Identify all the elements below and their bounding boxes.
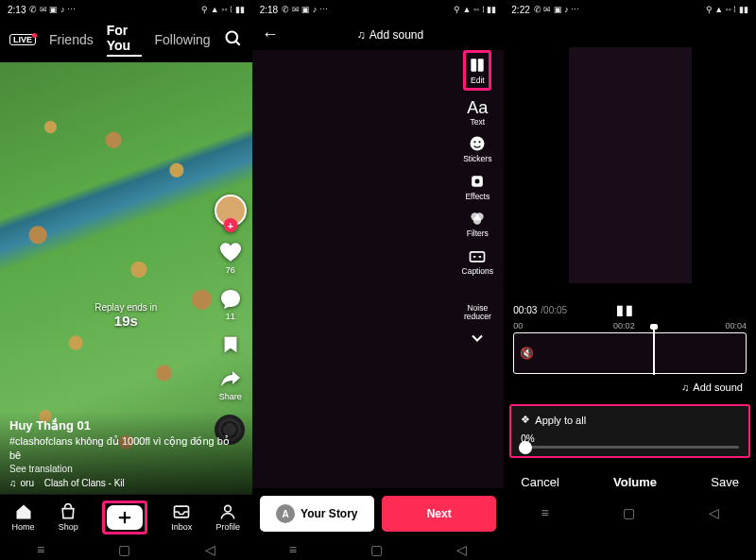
time-total: /00:05 [541, 305, 567, 315]
back-sys[interactable]: ◁ [456, 542, 467, 557]
timeline-clip[interactable]: 🔇 [513, 332, 747, 374]
see-translation-link[interactable]: See translation [9, 464, 243, 474]
svg-point-9 [475, 178, 480, 183]
replay-badge: Replay ends in19s [94, 302, 157, 329]
author-name[interactable]: Huy Thắng 01 [9, 418, 243, 433]
nav-inbox[interactable]: Inbox [171, 502, 192, 532]
time-current: 00:03 [513, 305, 537, 315]
svg-rect-3 [472, 59, 477, 71]
create-button[interactable] [107, 505, 143, 530]
nav-profile[interactable]: Profile [215, 502, 240, 532]
share-label: Share [219, 392, 242, 401]
top-nav: LIVE Friends For You Following [0, 19, 252, 62]
svg-point-12 [473, 216, 481, 224]
highlight-volume-panel: ❖Apply to all 0% [509, 404, 750, 458]
panel-title: Volume [613, 475, 657, 489]
volume-icon: 🔇 [520, 347, 534, 360]
recent-apps[interactable]: ≡ [541, 505, 548, 520]
like-count: 76 [226, 265, 235, 275]
volume-actions: Cancel Volume Save [504, 462, 756, 502]
system-nav: ≡▢◁ [0, 539, 252, 560]
video-preview [504, 19, 756, 302]
tool-expand[interactable] [468, 329, 487, 348]
comment-button[interactable]: 11 [219, 288, 242, 321]
pause-button[interactable]: ▮▮ [616, 302, 635, 317]
slider-thumb[interactable] [519, 441, 532, 454]
svg-point-7 [479, 141, 481, 143]
share-button[interactable]: Share [219, 368, 242, 401]
home-sys[interactable]: ▢ [118, 542, 130, 557]
svg-point-6 [474, 141, 476, 143]
system-nav: ≡▢◁ [252, 539, 505, 560]
save-button[interactable]: Save [711, 475, 739, 489]
screen-feed: 2:13✆ ✉ ▣ ♪ ⋯ ⚲ ▲ ◦◦ ⁞ ▮▮ LIVE Friends F… [0, 0, 252, 560]
status-bar: 2:13✆ ✉ ▣ ♪ ⋯ ⚲ ▲ ◦◦ ⁞ ▮▮ [0, 0, 252, 19]
like-button[interactable]: 76 [218, 240, 243, 275]
bottom-nav: Home Shop Inbox Profile [0, 494, 252, 539]
tab-following[interactable]: Following [155, 32, 211, 47]
live-button[interactable]: LIVE [9, 34, 36, 45]
back-sys[interactable]: ◁ [205, 542, 215, 557]
svg-point-2 [225, 505, 232, 512]
home-sys[interactable]: ▢ [370, 542, 383, 557]
status-bar: 2:18✆ ✉ ▣ ♪ ⋯ ⚲ ▲ ◦◦ ⁞ ▮▮ [252, 0, 505, 19]
add-sound-button[interactable]: ♫Add sound [357, 28, 423, 42]
status-bar: 2:22✆ ✉ ▣ ♪ ⋯ ⚲ ▲ ◦◦ ⁞ ▮▮ [504, 0, 756, 19]
status-icons-right: ⚲ ▲ ◦◦ ⁞ ▮▮ [201, 5, 244, 14]
next-button[interactable]: Next [382, 496, 496, 532]
tool-text[interactable]: AaText [467, 99, 488, 127]
screen-edit: 2:18✆ ✉ ▣ ♪ ⋯ ⚲ ▲ ◦◦ ⁞ ▮▮ ← ♫Add sound E… [252, 0, 505, 560]
tab-for-you[interactable]: For You [107, 23, 142, 57]
clock: 2:13 [8, 5, 26, 15]
edit-canvas[interactable]: Edit AaText Stickers Effects Filters Cap… [252, 50, 505, 488]
playhead[interactable] [653, 328, 655, 375]
clock: 2:18 [260, 5, 278, 15]
status-icons-right: ⚲ ▲ ◦◦ ⁞ ▮▮ [706, 5, 748, 14]
video-feed[interactable]: 76 11 Share Replay ends in19s Huy Thắng … [0, 62, 252, 494]
apply-to-all-toggle[interactable]: ❖Apply to all [521, 414, 739, 426]
home-sys[interactable]: ▢ [623, 505, 635, 520]
search-icon[interactable] [224, 29, 243, 51]
recent-apps[interactable]: ≡ [289, 542, 297, 557]
cancel-button[interactable]: Cancel [521, 475, 558, 489]
tool-noise-reducer[interactable]: Noise reducer [456, 283, 498, 320]
screen-volume: 2:22✆ ✉ ▣ ♪ ⋯ ⚲ ▲ ◦◦ ⁞ ▮▮ 00:03/00:05 ▮▮… [504, 0, 756, 560]
nav-shop[interactable]: Shop [59, 502, 78, 532]
nav-home[interactable]: Home [12, 502, 35, 532]
svg-rect-13 [471, 251, 485, 261]
tab-friends[interactable]: Friends [49, 32, 94, 47]
music-row[interactable]: ♫oru Clash of Clans - Kil [9, 478, 243, 488]
add-sound-button[interactable]: ♫Add sound [504, 374, 756, 400]
author-avatar[interactable] [215, 195, 247, 227]
svg-point-0 [226, 31, 237, 42]
timeline: 0000:0200:04 🔇 [504, 317, 756, 374]
highlight-create [102, 501, 147, 535]
back-sys[interactable]: ◁ [709, 505, 719, 520]
edit-top-bar: ← ♫Add sound [252, 19, 505, 50]
your-story-button[interactable]: AYour Story [260, 496, 374, 532]
action-rail: 76 11 Share [215, 195, 247, 401]
highlight-edit-tool: Edit [463, 50, 491, 91]
tool-effects[interactable]: Effects [465, 172, 490, 201]
caption: #clashofclans không đủ 1000fl vì cộng đồ… [9, 434, 243, 462]
music-icon: ♫ [357, 28, 366, 42]
bookmark-button[interactable] [220, 334, 241, 355]
clock: 2:22 [511, 5, 529, 15]
volume-slider[interactable] [521, 446, 739, 449]
recent-apps[interactable]: ≡ [37, 542, 44, 557]
back-button[interactable]: ← [262, 25, 279, 44]
tool-filters[interactable]: Filters [467, 209, 489, 238]
music-icon: ♫ [9, 478, 17, 488]
layers-icon: ❖ [521, 414, 530, 426]
status-icons-left: ✆ ✉ ▣ ♪ ⋯ [29, 5, 76, 14]
comment-count: 11 [226, 312, 235, 321]
video-frame[interactable] [569, 47, 692, 283]
tool-stickers[interactable]: Stickers [463, 134, 491, 163]
tool-edit[interactable]: Edit [468, 56, 487, 85]
story-avatar: A [276, 504, 295, 523]
music-icon: ♫ [681, 382, 689, 393]
edit-bottom-bar: AYour Story Next [252, 488, 505, 539]
tool-captions[interactable]: Captions [462, 246, 494, 276]
status-icons-left: ✆ ✉ ▣ ♪ ⋯ [534, 5, 580, 14]
system-nav: ≡▢◁ [504, 502, 756, 523]
